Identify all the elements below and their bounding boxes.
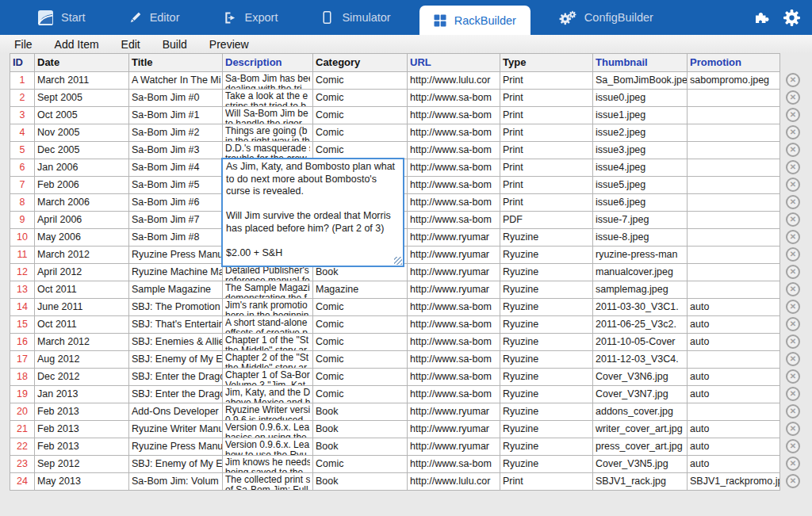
- delete-row-icon[interactable]: ✕: [786, 422, 800, 436]
- cell-thumbnail[interactable]: issue1.jpeg: [593, 107, 687, 124]
- cell-type[interactable]: Print: [500, 194, 592, 211]
- delete-row-icon[interactable]: ✕: [786, 265, 800, 279]
- cell-id[interactable]: 9: [10, 212, 34, 228]
- cell-id[interactable]: 20: [10, 403, 34, 420]
- cell-promotion[interactable]: [688, 107, 779, 124]
- delete-row-icon[interactable]: ✕: [786, 125, 800, 140]
- cell-thumbnail[interactable]: 2011-12-03_V3C4.: [593, 351, 687, 368]
- cell-thumbnail[interactable]: Sa_BomJimBook.jpe: [593, 72, 687, 89]
- delete-row-icon[interactable]: ✕: [786, 404, 800, 419]
- cell-promotion[interactable]: auto: [688, 386, 779, 403]
- delete-row-icon[interactable]: ✕: [786, 439, 800, 453]
- cell-title[interactable]: Sa-Bom Jim #1: [129, 107, 222, 124]
- tab-simulator[interactable]: Simulator: [306, 0, 404, 35]
- cell-date[interactable]: March 2012: [35, 247, 128, 263]
- cell-url[interactable]: http://www.lulu.cor: [408, 473, 500, 490]
- cell-description[interactable]: A short stand-aloneoffsets of creative p: [223, 316, 312, 333]
- cell-title[interactable]: Ryuzine Machine Ma: [129, 264, 222, 281]
- cell-thumbnail[interactable]: issue3.jpeg: [593, 142, 687, 159]
- cell-type[interactable]: PDF: [500, 212, 592, 228]
- tab-rackbuilder[interactable]: RackBuilder: [419, 6, 530, 35]
- column-header-description[interactable]: Description: [223, 54, 312, 71]
- delete-row-icon[interactable]: ✕: [786, 369, 800, 384]
- cell-date[interactable]: Dec 2005: [35, 142, 128, 159]
- cell-url[interactable]: http://www.sa-bom: [408, 334, 500, 350]
- column-header-thumbnail[interactable]: Thumbnail: [593, 54, 687, 71]
- cell-url[interactable]: http://www.sa-bom: [408, 299, 500, 315]
- cell-thumbnail[interactable]: issue6.jpeg: [593, 194, 687, 211]
- cell-description[interactable]: Jim, Katy, and the Dabove Mexico and h: [223, 386, 312, 403]
- cell-type[interactable]: Ryuzine: [500, 456, 592, 472]
- column-header-title[interactable]: Title: [129, 54, 222, 71]
- delete-row-icon[interactable]: ✕: [786, 474, 800, 488]
- cell-promotion[interactable]: [688, 90, 779, 106]
- cell-category[interactable]: Magazine: [313, 281, 407, 298]
- cell-title[interactable]: Sa-Bom Jim #8: [129, 229, 222, 246]
- cell-url[interactable]: http://www.sa-bom: [408, 369, 500, 385]
- cell-date[interactable]: Jan 2006: [35, 159, 128, 176]
- cell-thumbnail[interactable]: addons_cover.jpg: [593, 403, 687, 420]
- delete-row-icon[interactable]: ✕: [786, 230, 800, 244]
- cell-thumbnail[interactable]: issue-8.jpeg: [593, 229, 687, 246]
- cell-type[interactable]: Ryuzine: [500, 421, 592, 438]
- tab-export[interactable]: Export: [209, 0, 293, 35]
- cell-promotion[interactable]: auto: [688, 421, 779, 438]
- cell-description[interactable]: Take a look at the estrips that tried to…: [223, 90, 312, 106]
- cell-thumbnail[interactable]: 2011-06-25_V3c2.: [593, 316, 687, 333]
- cell-date[interactable]: Feb 2013: [35, 403, 128, 420]
- cell-url[interactable]: http://www.ryumar: [408, 281, 500, 298]
- cell-type[interactable]: Ryuzine: [500, 264, 592, 281]
- cell-description[interactable]: Sa-Bom Jim has beedealing with the tri: [223, 72, 312, 89]
- cell-id[interactable]: 19: [10, 386, 34, 403]
- cell-promotion[interactable]: SBJV1_rackpromo.jp: [688, 473, 779, 490]
- cell-promotion[interactable]: auto: [688, 438, 779, 455]
- cell-promotion[interactable]: [688, 247, 779, 263]
- cell-promotion[interactable]: [688, 403, 779, 420]
- cell-description[interactable]: Version 0.9.6.x. Leabasics on using the: [223, 421, 312, 438]
- cell-id[interactable]: 11: [10, 247, 34, 263]
- cell-date[interactable]: Sep 2012: [35, 456, 128, 472]
- cell-thumbnail[interactable]: ryuzine-press-man: [593, 247, 687, 263]
- cell-url[interactable]: http://www.lulu.cor: [408, 72, 500, 89]
- cell-url[interactable]: http://www.ryumar: [408, 438, 500, 455]
- cell-title[interactable]: SBJ: The Promotion: [129, 299, 222, 315]
- cell-title[interactable]: Sample Magazine: [129, 281, 222, 298]
- cell-category[interactable]: Comic: [313, 369, 407, 385]
- cell-url[interactable]: http://www.sa-bom: [408, 124, 500, 141]
- cell-promotion[interactable]: sabompromo.jpeg: [688, 72, 779, 89]
- cell-date[interactable]: March 2011: [35, 72, 128, 89]
- cell-description[interactable]: Chapter 2 of the "Stthe Middle" story ar: [223, 351, 312, 368]
- delete-row-icon[interactable]: ✕: [786, 178, 800, 192]
- cell-thumbnail[interactable]: issue-7.jpeg: [593, 212, 687, 228]
- tab-start[interactable]: Start: [24, 0, 100, 35]
- menu-file[interactable]: File: [14, 38, 33, 51]
- cell-id[interactable]: 6: [10, 159, 34, 176]
- cell-category[interactable]: Book: [313, 403, 407, 420]
- cell-category[interactable]: Book: [313, 438, 407, 455]
- delete-row-icon[interactable]: ✕: [786, 317, 800, 331]
- cell-title[interactable]: SBJ: Enemy of My Er: [129, 351, 222, 368]
- cell-date[interactable]: Oct 2011: [35, 281, 128, 298]
- column-header-id[interactable]: ID: [10, 54, 34, 71]
- cell-promotion[interactable]: [688, 281, 779, 298]
- delete-row-icon[interactable]: ✕: [786, 90, 800, 105]
- menu-preview[interactable]: Preview: [209, 38, 249, 51]
- menu-build[interactable]: Build: [163, 38, 187, 51]
- cell-description[interactable]: Jim knows he needsbeing saved to the: [223, 456, 312, 472]
- cell-date[interactable]: May 2013: [35, 473, 128, 490]
- menu-edit[interactable]: Edit: [121, 38, 140, 51]
- cell-description[interactable]: Jim's rank promotiohere in the beginnin: [223, 299, 312, 315]
- cell-category[interactable]: Comic: [313, 142, 407, 159]
- cell-url[interactable]: http://www.sa-bom: [408, 212, 500, 228]
- cell-id[interactable]: 22: [10, 438, 34, 455]
- cell-promotion[interactable]: [688, 124, 779, 141]
- cell-thumbnail[interactable]: writer_cover_art.jpg: [593, 421, 687, 438]
- cell-title[interactable]: Ryuzine Writer Manu: [129, 421, 222, 438]
- cell-category[interactable]: Book: [313, 473, 407, 490]
- cell-url[interactable]: http://www.sa-bom: [408, 142, 500, 159]
- cell-type[interactable]: Print: [500, 90, 592, 106]
- cell-url[interactable]: http://www.sa-bom: [408, 90, 500, 106]
- cell-promotion[interactable]: auto: [688, 334, 779, 350]
- column-header-promotion[interactable]: Promotion: [688, 54, 779, 71]
- cell-title[interactable]: SBJ: Enter the Drago: [129, 386, 222, 403]
